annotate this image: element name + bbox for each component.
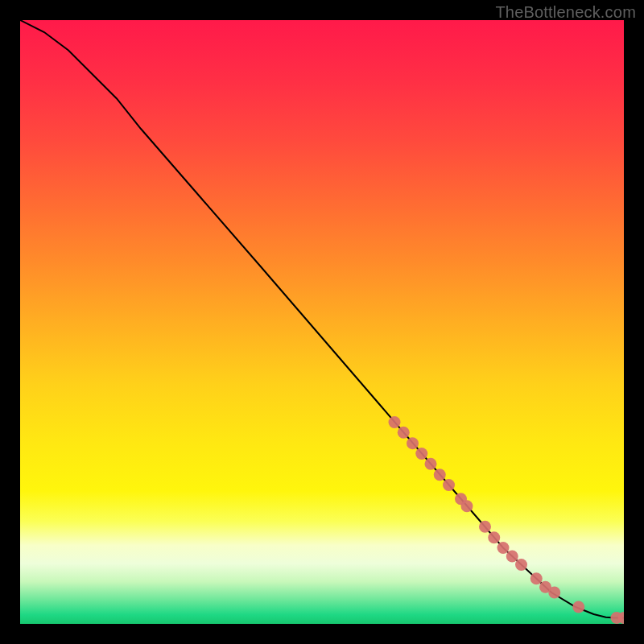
data-point	[398, 427, 410, 439]
data-point	[506, 551, 518, 563]
data-point	[434, 469, 446, 481]
chart-frame: TheBottleneck.com	[0, 0, 644, 644]
gradient-background	[20, 20, 624, 624]
data-point	[415, 448, 427, 460]
watermark-text: TheBottleneck.com	[495, 3, 636, 22]
data-point	[572, 601, 584, 613]
data-point	[443, 479, 455, 491]
data-point	[515, 559, 527, 571]
plot-area	[20, 20, 624, 624]
chart-svg	[20, 20, 624, 624]
data-point	[488, 531, 500, 543]
data-point	[548, 587, 560, 599]
data-point	[461, 500, 473, 512]
data-point	[389, 416, 401, 428]
data-point	[530, 572, 543, 584]
data-point	[497, 542, 510, 554]
data-point	[479, 521, 491, 533]
data-point	[407, 437, 419, 449]
data-point	[425, 458, 437, 470]
